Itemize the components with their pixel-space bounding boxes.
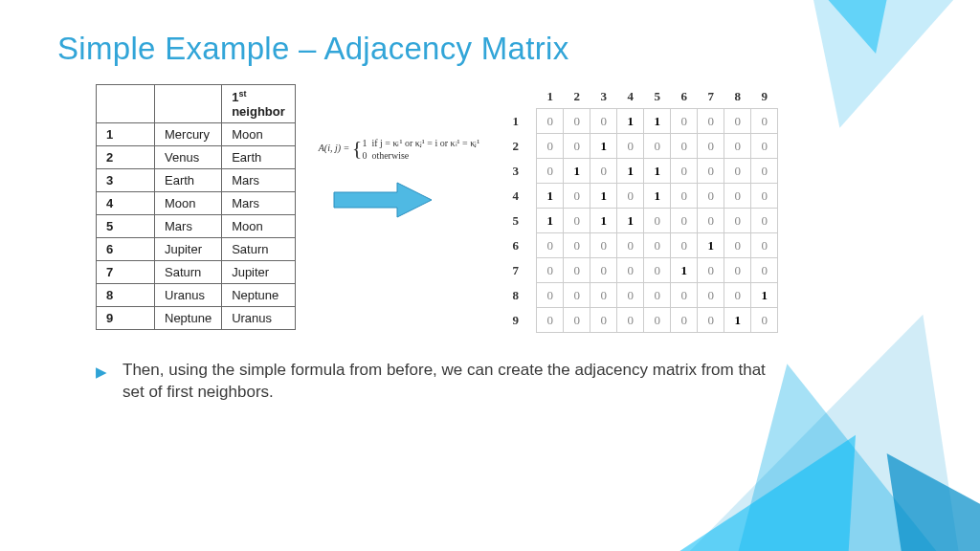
content-row: 1st neighbor 1MercuryMoon2VenusEarth3Ear… — [57, 84, 923, 333]
matrix-row: 2001000000 — [502, 134, 778, 159]
table-row: 3EarthMars — [97, 169, 296, 192]
neighbor-table-header: 1st neighbor — [222, 85, 296, 123]
table-row: 8UranusNeptune — [97, 284, 296, 307]
table-row: 2VenusEarth — [97, 146, 296, 169]
matrix-row: 1000110000 — [502, 109, 778, 134]
table-row: 1MercuryMoon — [97, 123, 296, 146]
table-row: 7SaturnJupiter — [97, 261, 296, 284]
matrix-row: 3010110000 — [502, 159, 778, 184]
matrix-row: 6000000100 — [502, 233, 778, 258]
bullet-marker-icon: ▶ — [96, 363, 107, 382]
neighbor-table: 1st neighbor 1MercuryMoon2VenusEarth3Ear… — [96, 84, 296, 330]
svg-marker-0 — [334, 183, 432, 217]
table-row: 4MoonMars — [97, 192, 296, 215]
bullet-point: ▶ Then, using the simple formula from be… — [96, 360, 785, 404]
table-row: 6JupiterSaturn — [97, 238, 296, 261]
adjacency-matrix: 123456789 100011000020010000003010110000… — [502, 84, 778, 333]
bullet-text: Then, using the simple formula from befo… — [122, 360, 785, 404]
table-row: 9NeptuneUranus — [97, 307, 296, 330]
matrix-row: 7000001000 — [502, 258, 778, 283]
formula: A(i, j) = { 1 if j = κᵢ¹ or κⱼ¹ = i or κ… — [319, 137, 480, 162]
slide: Simple Example – Adjacency Matrix 1st ne… — [0, 0, 980, 551]
arrow-icon — [330, 181, 435, 219]
table-row: 5MarsMoon — [97, 215, 296, 238]
matrix-row: 9000000010 — [502, 308, 778, 333]
matrix-row: 8000000001 — [502, 283, 778, 308]
matrix-row: 5101100000 — [502, 209, 778, 233]
formula-block: A(i, j) = { 1 if j = κᵢ¹ or κⱼ¹ = i or κ… — [319, 137, 480, 219]
matrix-row: 4101010000 — [502, 184, 778, 209]
slide-title: Simple Example – Adjacency Matrix — [57, 31, 923, 67]
